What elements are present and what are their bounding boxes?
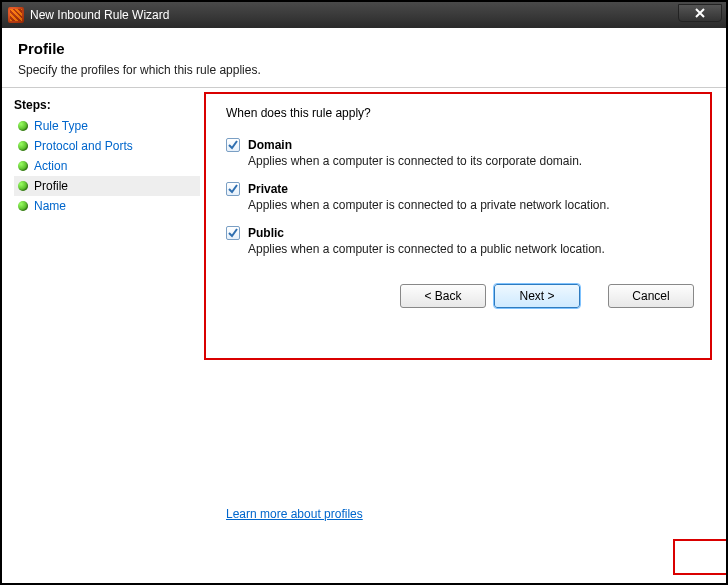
firewall-app-icon: [8, 7, 24, 23]
step-bullet-icon: [18, 121, 28, 131]
step-label: Protocol and Ports: [34, 139, 133, 153]
profile-label-domain: Domain: [248, 138, 292, 152]
titlebar: New Inbound Rule Wizard: [2, 2, 726, 28]
checkbox-public[interactable]: [226, 226, 240, 240]
profile-option-private: Private Applies when a computer is conne…: [226, 182, 712, 212]
next-button[interactable]: Next >: [494, 284, 580, 308]
step-protocol-and-ports[interactable]: Protocol and Ports: [14, 136, 200, 156]
wizard-header: Profile Specify the profiles for which t…: [2, 28, 726, 88]
profile-label-private: Private: [248, 182, 288, 196]
page-subtitle: Specify the profiles for which this rule…: [18, 63, 710, 77]
checkmark-icon: [228, 140, 238, 150]
wizard-content: When does this rule apply? Domain Applie…: [200, 88, 726, 583]
page-title: Profile: [18, 40, 710, 57]
close-button[interactable]: [678, 4, 722, 22]
step-bullet-icon: [18, 161, 28, 171]
step-name[interactable]: Name: [14, 196, 200, 216]
step-bullet-icon: [18, 141, 28, 151]
step-profile[interactable]: Profile: [14, 176, 200, 196]
checkbox-domain[interactable]: [226, 138, 240, 152]
wizard-footer: < Back Next > Cancel: [206, 270, 712, 320]
step-action[interactable]: Action: [14, 156, 200, 176]
checkbox-private[interactable]: [226, 182, 240, 196]
checkmark-icon: [228, 184, 238, 194]
close-icon: [695, 8, 705, 18]
profile-desc-domain: Applies when a computer is connected to …: [226, 152, 712, 168]
steps-heading: Steps:: [14, 96, 200, 116]
step-bullet-icon: [18, 201, 28, 211]
profile-desc-private: Applies when a computer is connected to …: [226, 196, 712, 212]
back-button[interactable]: < Back: [400, 284, 486, 308]
learn-more-link[interactable]: Learn more about profiles: [226, 507, 363, 521]
profile-desc-public: Applies when a computer is connected to …: [226, 240, 712, 256]
profile-option-domain: Domain Applies when a computer is connec…: [226, 138, 712, 168]
annotation-highlight-next: [673, 539, 726, 575]
step-label: Rule Type: [34, 119, 88, 133]
step-bullet-icon: [18, 181, 28, 191]
checkmark-icon: [228, 228, 238, 238]
step-label: Name: [34, 199, 66, 213]
window-title: New Inbound Rule Wizard: [30, 8, 169, 22]
step-label: Profile: [34, 179, 68, 193]
profile-option-public: Public Applies when a computer is connec…: [226, 226, 712, 256]
profile-label-public: Public: [248, 226, 284, 240]
step-label: Action: [34, 159, 67, 173]
cancel-button[interactable]: Cancel: [608, 284, 694, 308]
steps-sidebar: Steps: Rule Type Protocol and Ports Acti…: [2, 88, 200, 583]
step-rule-type[interactable]: Rule Type: [14, 116, 200, 136]
profile-question: When does this rule apply?: [206, 96, 712, 138]
